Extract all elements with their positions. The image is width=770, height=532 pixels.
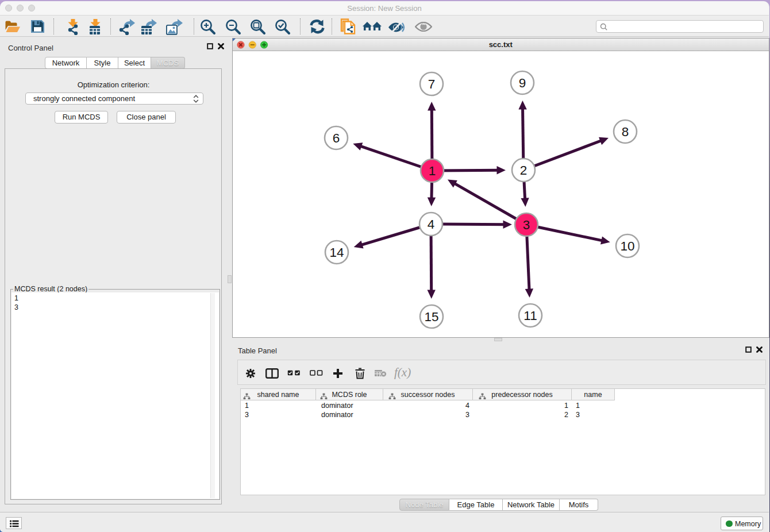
svg-text:9: 9	[518, 76, 526, 90]
svg-text:15: 15	[424, 310, 438, 324]
svg-text:4: 4	[427, 217, 434, 232]
svg-text:2: 2	[519, 163, 527, 178]
svg-text:8: 8	[621, 125, 629, 139]
svg-text:14: 14	[329, 245, 344, 260]
svg-text:10: 10	[620, 239, 634, 253]
svg-text:6: 6	[332, 131, 340, 145]
svg-text:1: 1	[428, 164, 436, 178]
svg-text:3: 3	[522, 218, 530, 232]
svg-text:11: 11	[523, 309, 537, 323]
svg-text:7: 7	[428, 77, 435, 91]
